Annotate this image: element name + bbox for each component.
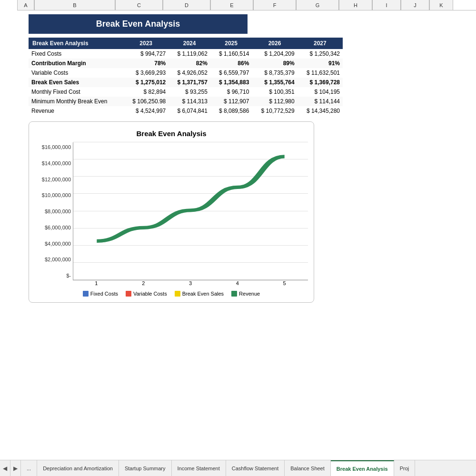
table-cell-3-2: $ 1,354,883 bbox=[210, 78, 252, 87]
y-axis-label: $12,000,000 bbox=[35, 175, 71, 184]
chart-plot: $-$2,000,000$4,000,000$6,000,000$8,000,0… bbox=[35, 142, 308, 280]
legend-label: Revenue bbox=[239, 291, 260, 297]
table-cell-2-0: $ 3,669,293 bbox=[123, 68, 169, 78]
legend-item: Fixed Costs bbox=[83, 291, 118, 297]
table-row-label-2: Variable Costs bbox=[29, 68, 123, 78]
table-cell-0-0: $ 994,727 bbox=[123, 49, 169, 59]
col-c: C bbox=[115, 0, 163, 10]
table-cell-4-2: $ 96,710 bbox=[210, 87, 252, 97]
sheet-tab-4[interactable]: Cashflow Statement bbox=[226, 460, 285, 476]
page-title: Break Even Analysis bbox=[29, 14, 248, 34]
chart-title: Break Even Analysis bbox=[35, 129, 308, 138]
table-cell-1-4: 91% bbox=[298, 59, 343, 68]
table-cell-3-3: $ 1,355,764 bbox=[252, 78, 297, 87]
table-cell-1-0: 78% bbox=[123, 59, 169, 68]
col-i: I bbox=[372, 0, 401, 10]
x-axis-label-2: 2 bbox=[120, 280, 167, 286]
table-header-label: Break Even Analysis bbox=[29, 38, 123, 49]
table-cell-5-2: $ 112,907 bbox=[210, 97, 252, 106]
col-j: J bbox=[401, 0, 429, 10]
legend-color bbox=[231, 291, 237, 297]
sheet-tab-7[interactable]: Proj bbox=[394, 460, 416, 476]
x-axis-label-5: 5 bbox=[261, 280, 308, 286]
table-cell-6-4: $ 14,345,280 bbox=[298, 106, 343, 116]
sheet-tab-6[interactable]: Break Even Analysis bbox=[331, 460, 394, 476]
table-cell-6-2: $ 8,089,586 bbox=[210, 106, 252, 116]
col-f: F bbox=[253, 0, 296, 10]
table-cell-5-0: $ 106,250.98 bbox=[123, 97, 169, 106]
x-axis-label-3: 3 bbox=[167, 280, 214, 286]
table-header-2026: 2026 bbox=[252, 38, 297, 49]
table-cell-2-1: $ 4,926,052 bbox=[169, 68, 210, 78]
table-cell-3-0: $ 1,275,012 bbox=[123, 78, 169, 87]
table-row-label-3: Break Even Sales bbox=[29, 78, 123, 87]
col-a: A bbox=[17, 0, 34, 10]
table-cell-1-1: 82% bbox=[169, 59, 210, 68]
legend-color bbox=[175, 291, 180, 297]
table-cell-5-1: $ 114,313 bbox=[169, 97, 210, 106]
bottom-tabs: ◀▶...Depreciation and AmortizationStartu… bbox=[0, 460, 476, 476]
table-row-label-4: Monthly Fixed Cost bbox=[29, 87, 123, 97]
y-axis-labels: $-$2,000,000$4,000,000$6,000,000$8,000,0… bbox=[35, 142, 73, 280]
x-axis-labels: 12345 bbox=[73, 280, 308, 286]
y-axis-label: $4,000,000 bbox=[35, 239, 71, 248]
table-cell-5-4: $ 114,144 bbox=[298, 97, 343, 106]
table-row-label-5: Minimum Monthly Break Even bbox=[29, 97, 123, 106]
tab-nav-right[interactable]: ▶ bbox=[10, 460, 21, 476]
sheet-tab-3[interactable]: Income Statement bbox=[172, 460, 226, 476]
col-b: B bbox=[34, 0, 115, 10]
y-axis-label: $10,000,000 bbox=[35, 190, 71, 200]
spreadsheet-area: A B C D E F G H I J K Break Even Analysi… bbox=[0, 0, 476, 447]
sheet-tab-2[interactable]: Startup Summary bbox=[119, 460, 172, 476]
tab-nav-left[interactable]: ◀ bbox=[0, 460, 10, 476]
legend-item: Revenue bbox=[231, 291, 260, 297]
table-row-label-1: Contribution Margin bbox=[29, 59, 123, 68]
legend-color bbox=[126, 291, 131, 297]
legend-label: Fixed Costs bbox=[90, 291, 118, 297]
content-area: Break Even Analysis Break Even Analysis … bbox=[0, 10, 476, 447]
data-table: Break Even Analysis 2023 2024 2025 2026 … bbox=[29, 38, 343, 116]
table-cell-0-1: $ 1,119,062 bbox=[169, 49, 210, 59]
y-axis-label: $16,000,000 bbox=[35, 142, 71, 152]
x-axis-label-1: 1 bbox=[73, 280, 120, 286]
column-headers: A B C D E F G H I J K bbox=[17, 0, 476, 10]
table-cell-1-2: 86% bbox=[210, 59, 252, 68]
legend-color bbox=[83, 291, 89, 297]
chart-container: Break Even Analysis $-$2,000,000$4,000,0… bbox=[29, 121, 314, 303]
table-cell-4-3: $ 100,351 bbox=[252, 87, 297, 97]
table-header-2023: 2023 bbox=[123, 38, 169, 49]
table-cell-5-3: $ 112,980 bbox=[252, 97, 297, 106]
table-cell-4-0: $ 82,894 bbox=[123, 87, 169, 97]
table-cell-3-1: $ 1,371,757 bbox=[169, 78, 210, 87]
sheet-tab-0[interactable]: ... bbox=[21, 460, 37, 476]
sheet-tab-1[interactable]: Depreciation and Amortization bbox=[37, 460, 119, 476]
legend-label: Break Even Sales bbox=[182, 291, 224, 297]
y-axis-label: $14,000,000 bbox=[35, 159, 71, 168]
table-header-2025: 2025 bbox=[210, 38, 252, 49]
col-g: G bbox=[296, 0, 339, 10]
table-cell-2-3: $ 8,735,379 bbox=[252, 68, 297, 78]
table-cell-0-4: $ 1,250,342 bbox=[298, 49, 343, 59]
legend-item: Break Even Sales bbox=[175, 291, 224, 297]
legend-label: Variable Costs bbox=[133, 291, 167, 297]
table-cell-6-1: $ 6,074,841 bbox=[169, 106, 210, 116]
table-cell-6-3: $ 10,772,529 bbox=[252, 106, 297, 116]
y-axis-label: $- bbox=[35, 271, 71, 280]
table-cell-2-2: $ 6,559,797 bbox=[210, 68, 252, 78]
table-cell-4-1: $ 93,255 bbox=[169, 87, 210, 97]
legend-item: Variable Costs bbox=[126, 291, 167, 297]
table-header-2027: 2027 bbox=[298, 38, 343, 49]
table-cell-4-4: $ 104,195 bbox=[298, 87, 343, 97]
y-axis-label: $6,000,000 bbox=[35, 223, 71, 232]
table-cell-0-3: $ 1,204,209 bbox=[252, 49, 297, 59]
y-axis-label: $8,000,000 bbox=[35, 207, 71, 216]
col-h: H bbox=[339, 0, 372, 10]
table-cell-3-4: $ 1,369,728 bbox=[298, 78, 343, 87]
table-cell-6-0: $ 4,524,997 bbox=[123, 106, 169, 116]
table-cell-0-2: $ 1,160,514 bbox=[210, 49, 252, 59]
col-k: K bbox=[429, 0, 453, 10]
table-cell-1-3: 89% bbox=[252, 59, 297, 68]
sheet-tab-5[interactable]: Balance Sheet bbox=[285, 460, 331, 476]
chart-legend: Fixed CostsVariable CostsBreak Even Sale… bbox=[35, 291, 308, 297]
table-row-label-0: Fixed Costs bbox=[29, 49, 123, 59]
